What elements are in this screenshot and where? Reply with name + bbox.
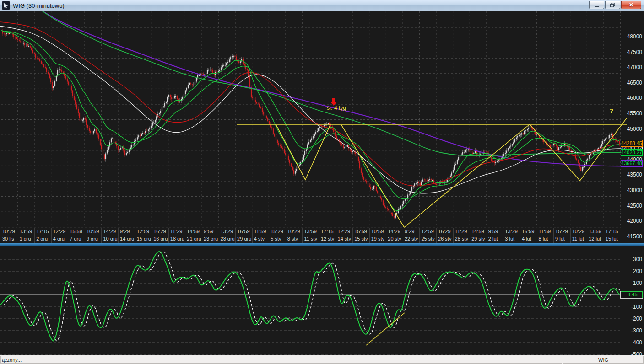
x-axis-date-label: 5 sty (271, 235, 286, 242)
osc-main-line (0, 252, 622, 341)
x-axis-date-label: 4 lut (522, 235, 537, 242)
x-axis-column: 10:2911 lut (570, 228, 587, 243)
price-axis-label: 48000 (621, 33, 642, 40)
osc-signal-line (4, 252, 626, 341)
x-axis: 10:2930 lis13:591 gru17:152 gru12:294 gr… (1, 228, 621, 243)
x-axis-time-label: 12:59 (137, 228, 152, 235)
x-axis-date-label: 30 lis (2, 235, 18, 242)
window-controls: ✕ (589, 1, 641, 9)
main-price-chart[interactable] (0, 11, 644, 228)
price-axis-label: 46500 (621, 80, 642, 86)
x-axis-date-label: 10 gru (103, 235, 118, 242)
x-axis-time-label: 9:29 (120, 228, 135, 235)
symbol-status: WIG (563, 356, 644, 364)
x-axis-date-label: 22 sty (405, 235, 420, 242)
price-axis-label: 42000 (621, 218, 642, 224)
x-axis-date-label: 20 sty (388, 235, 403, 242)
x-axis-time-label: 16:29 (153, 228, 168, 235)
x-axis-column: 9:2914 gru (118, 228, 135, 243)
title-bar[interactable]: WIG (30-minutowo) ✕ (0, 0, 644, 11)
x-axis-time-label: 10:29 (572, 228, 587, 235)
x-axis-column: 15:597 gru (68, 228, 85, 243)
x-axis-column: 16:2916 gru (152, 228, 168, 243)
x-axis-column: 16:594 lut (520, 228, 537, 243)
x-axis-column: 12:294 gru (51, 228, 68, 243)
price-axis-label: 43500 (621, 171, 642, 178)
x-axis-time-label: 17:15 (321, 228, 336, 235)
x-axis-column: 11:594 sty (252, 228, 269, 243)
close-icon: ✕ (629, 2, 633, 8)
price-tag-last: 44288.45 (621, 140, 643, 147)
x-axis-column: 17:152 gru (34, 228, 51, 243)
x-axis-column: 16:5929 gru (235, 228, 252, 243)
x-axis-date-label: 12 sty (321, 235, 336, 242)
oscillator-axis-label: -400 (621, 339, 642, 346)
restore-button[interactable] (605, 1, 620, 9)
x-axis-time-label: 11:29 (170, 228, 185, 235)
oscillator-chart[interactable] (0, 246, 644, 355)
x-axis-time-label: 16:59 (522, 228, 537, 235)
x-axis-time-label: 17:15 (36, 228, 51, 235)
ema-slow-line (1, 31, 619, 199)
app-icon (2, 1, 10, 10)
price-axis-label: 46000 (621, 95, 642, 101)
status-bar: ączony... WIG (0, 355, 644, 364)
x-axis-time-label: 10:29 (2, 228, 18, 235)
oscillator-axis-label: -100 (621, 304, 642, 310)
price-axis-label: 42500 (621, 203, 642, 209)
connection-status: ączony... (0, 356, 562, 364)
oscillator-axis-label: 300 (621, 256, 642, 262)
x-axis-date-label: 2 gru (36, 235, 51, 242)
price-axis-label: 47000 (621, 64, 642, 70)
x-axis-time-label: 15:29 (271, 228, 286, 235)
oscillator-value-tag: -8.45 (621, 291, 643, 298)
minimize-button[interactable] (589, 1, 604, 9)
x-axis-column: 16:2926 sty (436, 228, 453, 243)
x-axis-time-label: 10:29 (287, 228, 303, 235)
x-axis-date-label: 19 sty (371, 235, 386, 242)
x-axis-date-label: 11 lut (572, 235, 587, 242)
x-axis-time-label: 13:59 (589, 228, 604, 235)
price-axis-label: 43000 (621, 187, 642, 193)
x-axis-column: 9:592 lut (487, 228, 503, 243)
x-axis-time-label: 16:29 (438, 228, 453, 235)
x-axis-time-label: 13:29 (505, 228, 520, 235)
close-button[interactable]: ✕ (621, 1, 641, 9)
x-axis-column: 10:5919 sty (369, 228, 386, 243)
x-axis-column: 10:298 sty (286, 228, 303, 243)
x-axis-time-label: 9:29 (405, 228, 420, 235)
x-axis-date-label: 15 gru (137, 235, 152, 242)
candles-up (7, 33, 611, 218)
restore-icon (610, 3, 615, 7)
x-axis-time-label: 13:59 (20, 228, 35, 235)
minimize-icon (595, 6, 599, 7)
x-axis-date-label: 26 sty (438, 235, 453, 242)
x-axis-column: 10:599 gru (85, 228, 102, 243)
chart-area: 10:2930 lis13:591 gru17:152 gru12:294 gr… (0, 11, 644, 355)
x-axis-time-label: 12:29 (53, 228, 68, 235)
x-axis-column: 14:5929 sty (470, 228, 487, 243)
x-axis-date-label: 15 lut (606, 235, 621, 242)
x-axis-time-label: 12:59 (421, 228, 436, 235)
question-annotation: ? (610, 107, 613, 114)
oscillator-axis-label: -200 (621, 316, 642, 322)
x-axis-time-label: 11:59 (254, 228, 269, 235)
x-axis-date-label: 12 lut (589, 235, 604, 242)
x-axis-column: 13:591 gru (18, 228, 35, 243)
x-axis-date-label: 7 gru (70, 235, 85, 242)
x-axis-time-label: 9:59 (488, 228, 503, 235)
x-axis-date-label: 28 gru (221, 235, 236, 242)
x-axis-time-label: 14:29 (388, 228, 403, 235)
window-title: WIG (30-minutowo) (13, 2, 65, 9)
x-axis-column: 15:299 lut (553, 228, 570, 243)
x-axis-date-label: 23 gru (204, 235, 219, 242)
trendline-zigzag[interactable] (341, 118, 627, 227)
price-axis-label: 47500 (621, 49, 642, 55)
candle-wicks-up (7, 32, 611, 219)
price-axis-label: 41500 (621, 233, 642, 240)
x-axis-time-label: 13:29 (221, 228, 236, 235)
x-axis-time-label: 13:59 (304, 228, 319, 235)
x-axis-time-label: 15:59 (70, 228, 85, 235)
x-axis-column: 13:5912 lut (587, 228, 604, 243)
x-axis-time-label: 11:59 (539, 228, 554, 235)
